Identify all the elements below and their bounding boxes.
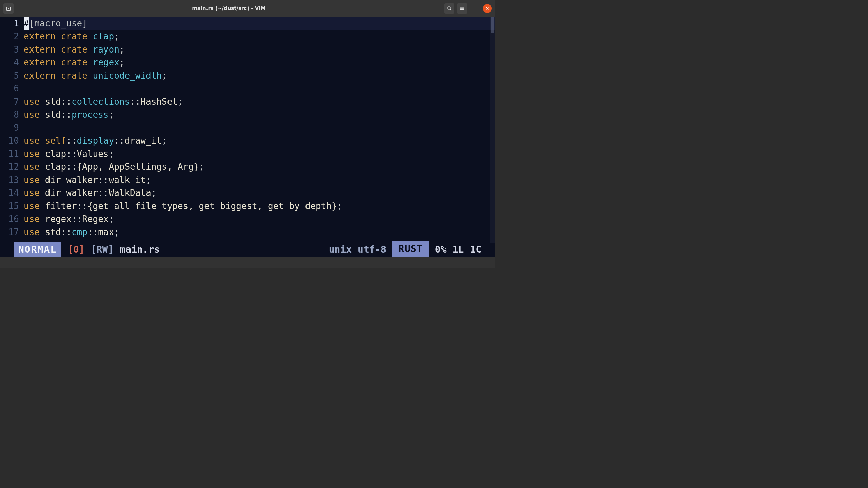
line-number: 3 (0, 43, 19, 56)
code-line[interactable]: use dir_walker::walk_it; (24, 174, 495, 186)
line-number: 13 (0, 174, 19, 186)
desktop-background-strip (0, 257, 495, 268)
line-number: 8 (0, 108, 19, 121)
scrollbar-thumb[interactable] (491, 17, 494, 33)
code-line[interactable]: use dir_walker::WalkData; (24, 186, 495, 199)
line-number: 5 (0, 69, 19, 82)
sl-rw: [RW] (91, 243, 114, 257)
window-titlebar: main.rs (~/dust/src) - VIM — (0, 0, 495, 17)
line-number: 12 (0, 160, 19, 173)
line-number: 11 (0, 147, 19, 160)
line-number: 9 (0, 121, 19, 134)
sl-filename: main.rs (120, 243, 160, 257)
code-line[interactable]: use regex::Regex; (24, 212, 495, 225)
line-number: 4 (0, 56, 19, 69)
sl-filetype: RUST (392, 241, 429, 257)
menu-button[interactable] (457, 3, 467, 14)
sl-percent: 0% (435, 243, 447, 257)
line-number: 7 (0, 95, 19, 108)
code-line[interactable]: use clap::Values; (24, 147, 495, 160)
sl-line: 1L (453, 243, 464, 257)
vertical-scrollbar[interactable] (490, 17, 495, 243)
line-number: 17 (0, 226, 19, 239)
code-line[interactable]: use self::display::draw_it; (24, 134, 495, 147)
line-number: 2 (0, 30, 19, 43)
code-line[interactable]: #[macro_use] (24, 17, 495, 30)
sl-fileformat: unix (329, 243, 352, 257)
minimize-button[interactable]: — (470, 3, 480, 14)
sl-encoding: utf-8 (358, 243, 386, 257)
code-line[interactable]: use clap::{App, AppSettings, Arg}; (24, 160, 495, 173)
code-line[interactable] (24, 82, 495, 95)
vim-window: main.rs (~/dust/src) - VIM — 12345678 (0, 0, 495, 268)
code-content[interactable]: #[macro_use]extern crate clap;extern cra… (24, 17, 495, 243)
code-line[interactable]: use std::process; (24, 108, 495, 121)
sl-mode: NORMAL (14, 242, 61, 257)
line-number: 1 (0, 17, 19, 30)
line-number: 6 (0, 82, 19, 95)
code-line[interactable]: use filter::{get_all_file_types, get_big… (24, 200, 495, 212)
code-line[interactable] (24, 121, 495, 134)
new-tab-button[interactable] (3, 3, 14, 14)
code-line[interactable]: extern crate clap; (24, 30, 495, 43)
sl-count: [0] (67, 243, 85, 257)
code-line[interactable]: extern crate unicode_width; (24, 69, 495, 82)
code-line[interactable]: use std::cmp::max; (24, 226, 495, 239)
editor-area[interactable]: 1234567891011121314151617 #[macro_use]ex… (0, 17, 495, 257)
line-number-gutter: 1234567891011121314151617 (0, 17, 24, 243)
line-number: 14 (0, 186, 19, 199)
close-button[interactable] (483, 4, 492, 13)
line-number: 16 (0, 212, 19, 225)
search-button[interactable] (444, 3, 454, 14)
line-number: 15 (0, 200, 19, 212)
line-number: 10 (0, 134, 19, 147)
code-line[interactable]: extern crate rayon; (24, 43, 495, 56)
sl-col: 1C (470, 243, 481, 257)
code-line[interactable]: extern crate regex; (24, 56, 495, 69)
svg-point-1 (448, 7, 450, 9)
window-title: main.rs (~/dust/src) - VIM (16, 5, 441, 12)
code-line[interactable]: use std::collections::HashSet; (24, 95, 495, 108)
status-line: NORMAL [0] [RW] main.rs unix utf-8 RUST … (0, 243, 495, 257)
